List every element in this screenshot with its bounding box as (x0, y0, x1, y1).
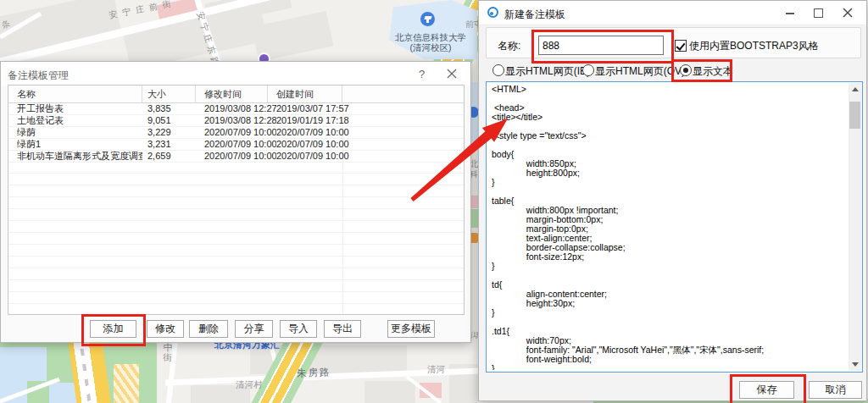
app-logo-icon (487, 7, 498, 18)
scrollbar-thumb[interactable] (849, 102, 860, 129)
radio-html-ov-label: 显示HTML网页(OV) (595, 64, 685, 79)
name-input[interactable] (538, 36, 664, 55)
column-header-created[interactable]: 创建时间 (268, 86, 342, 102)
table-header: 名称 大小 修改时间 创建时间 (8, 86, 464, 103)
cell-name: 土地登记表 (17, 114, 142, 126)
cell-size: 9,051 (147, 114, 196, 126)
save-button[interactable]: 保存 (739, 381, 794, 399)
cancel-button[interactable]: 取消 (809, 381, 862, 399)
cell-created: 2019/01/19 17:18 (276, 114, 351, 126)
scroll-down-icon[interactable] (849, 358, 861, 371)
cell-name: 开工报告表 (17, 102, 142, 114)
new-template-dialog: 新建备注模板 名称: 使用内置BOOTSTRAP3风格 显示HTML网页(IE)… (478, 0, 867, 401)
cell-size: 2,659 (147, 150, 196, 162)
template-row[interactable]: 绿荫 3,229 2020/07/09 10:00 2020/07/09 10:… (8, 126, 464, 139)
import-button[interactable]: 导入 (280, 320, 317, 338)
share-button[interactable]: 分享 (235, 320, 273, 338)
export-button[interactable]: 导出 (324, 320, 361, 338)
more-templates-button[interactable]: 更多模板 (387, 320, 435, 338)
cell-modified: 2020/07/09 10:00 (204, 138, 276, 150)
scroll-up-icon[interactable] (849, 83, 861, 96)
template-row[interactable]: 非机动车道隔离形式及宽度调查表 2,659 2020/07/09 10:00 2… (8, 150, 464, 163)
place-label: 清河村 (236, 379, 263, 391)
radio-html-ie[interactable] (492, 64, 504, 76)
cell-modified: 2020/07/09 10:00 (204, 126, 276, 138)
minimize-icon[interactable] (786, 13, 794, 14)
empty-rows-area (8, 162, 464, 314)
campus-label: 北京信息科技大学 (清河校区) (383, 32, 478, 52)
template-manager-dialog: 备注模板管理 ? 名称 大小 修改时间 创建时间 开工报告表 3,835 201… (0, 61, 471, 343)
column-header-modified[interactable]: 修改时间 (196, 86, 268, 102)
editor-title: 新建备注模板 (504, 8, 565, 22)
cell-modified: 2019/03/08 12:27 (204, 102, 276, 114)
road-label: 朱房路 (297, 366, 331, 379)
university-poi-icon (420, 12, 435, 26)
road-label: 中街 (163, 342, 173, 362)
cell-modified: 2020/07/09 10:00 (204, 150, 276, 162)
template-code-editor[interactable]: <HTML> <head> <title></title> <style typ… (486, 81, 863, 373)
manager-title: 备注模板管理 (8, 69, 69, 83)
column-header-size[interactable]: 大小 (142, 86, 196, 102)
bootstrap-checkbox[interactable] (675, 40, 687, 52)
help-icon[interactable]: ? (419, 68, 425, 80)
close-icon[interactable] (447, 69, 457, 79)
modify-button[interactable]: 修改 (147, 320, 184, 338)
add-button[interactable]: 添加 (90, 320, 136, 338)
map-hatched-area (114, 364, 139, 403)
radio-html-ov[interactable] (582, 64, 594, 76)
scrollbar[interactable] (849, 83, 861, 371)
bootstrap-checkbox-label: 使用内置BOOTSTRAP3风格 (689, 39, 819, 53)
cell-created: 2020/07/09 10:00 (276, 126, 351, 138)
cell-size: 3,229 (147, 126, 196, 138)
close-icon[interactable] (843, 8, 853, 18)
manager-titlebar[interactable]: 备注模板管理 ? (1, 62, 470, 86)
cell-created: 2019/03/07 17:57 (276, 102, 351, 114)
graduation-cap-icon (426, 19, 429, 23)
editor-titlebar[interactable]: 新建备注模板 (479, 1, 866, 25)
radio-show-text[interactable] (680, 64, 692, 76)
cell-size: 3,231 (147, 138, 196, 150)
radio-html-ie-label: 显示HTML网页(IE) (505, 64, 590, 79)
cell-name: 非机动车道隔离形式及宽度调查表 (17, 150, 142, 162)
column-header-name[interactable]: 名称 (8, 86, 142, 102)
cell-name: 绿荫1 (17, 138, 142, 150)
delete-button[interactable]: 删除 (189, 320, 228, 338)
code-content[interactable]: <HTML> <head> <title></title> <style typ… (492, 85, 847, 370)
template-row[interactable]: 土地登记表 9,051 2019/03/08 12:28 2019/01/19 … (8, 114, 464, 127)
cell-modified: 2019/03/08 12:28 (204, 114, 276, 126)
template-row[interactable]: 绿荫1 3,231 2020/07/09 10:00 2020/07/09 10… (8, 138, 464, 151)
cell-created: 2020/07/09 10:00 (276, 150, 351, 162)
template-table: 名称 大小 修改时间 创建时间 开工报告表 3,835 2019/03/08 1… (8, 85, 465, 315)
lane-dashes (78, 334, 93, 403)
cell-size: 3,835 (147, 102, 196, 114)
radio-show-text-label: 显示文本 (693, 64, 733, 79)
cell-name: 绿荫 (17, 126, 142, 138)
cell-created: 2020/07/09 10:00 (276, 138, 351, 150)
template-row[interactable]: 开工报告表 3,835 2019/03/08 12:27 2019/03/07 … (8, 102, 464, 115)
maximize-icon[interactable] (814, 8, 823, 18)
place-label: 清河 (427, 364, 445, 376)
name-label: 名称: (498, 39, 520, 53)
